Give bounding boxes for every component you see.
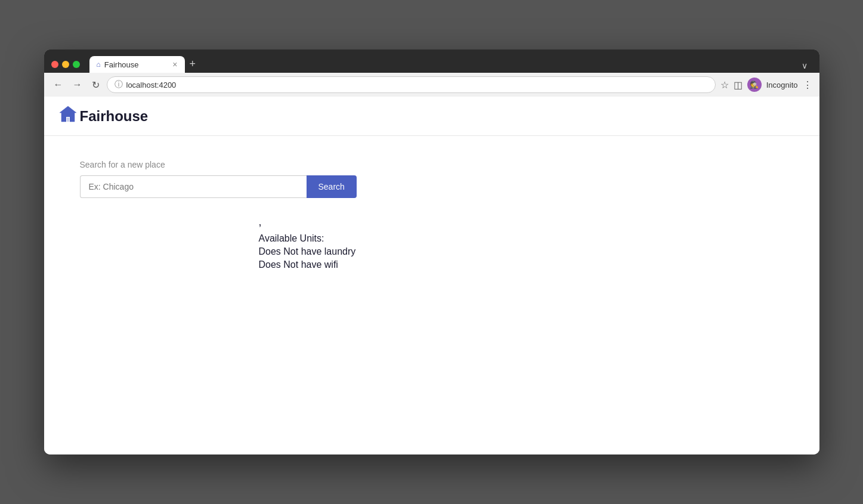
browser-titlebar: ⌂ Fairhouse × + ∨ — [44, 50, 819, 73]
tab-bar: ⌂ Fairhouse × + ∨ — [89, 55, 812, 73]
browser-chrome: ⌂ Fairhouse × + ∨ ← → ↻ ⓘ localhost:4200… — [44, 50, 819, 97]
address-text: localhost:4200 — [126, 81, 177, 89]
address-bar[interactable]: ⓘ localhost:4200 — [107, 76, 716, 93]
maximize-window-button[interactable] — [73, 61, 80, 68]
avatar-icon: 🕵 — [750, 81, 759, 89]
page-content: Fairhouse Search for a new place Search … — [44, 97, 819, 454]
forward-button[interactable]: → — [70, 78, 85, 91]
tab-close-button[interactable]: × — [172, 60, 177, 69]
bookmark-icon[interactable]: ☆ — [720, 79, 729, 91]
reload-button[interactable]: ↻ — [89, 78, 102, 92]
app-header: Fairhouse — [44, 97, 819, 136]
search-row: Search — [80, 175, 784, 198]
house-icon — [58, 105, 78, 127]
tab-favicon: ⌂ — [97, 60, 101, 69]
app-title: Fairhouse — [80, 108, 149, 125]
browser-window: ⌂ Fairhouse × + ∨ ← → ↻ ⓘ localhost:4200… — [44, 50, 819, 454]
minimize-window-button[interactable] — [62, 61, 69, 68]
info-icon: ⓘ — [115, 79, 123, 90]
traffic-lights — [51, 61, 80, 68]
result-section: , Available Units: Does Not have laundry… — [259, 216, 784, 270]
svg-rect-1 — [67, 118, 69, 122]
incognito-label: Incognito — [766, 81, 798, 89]
result-no-wifi: Does Not have wifi — [259, 259, 784, 270]
result-available-units: Available Units: — [259, 233, 784, 244]
new-tab-button[interactable]: + — [185, 55, 201, 73]
close-window-button[interactable] — [51, 61, 58, 68]
search-input[interactable] — [80, 175, 307, 198]
toolbar-right: ☆ ◫ 🕵 Incognito ⋮ — [720, 78, 812, 92]
browser-toolbar: ← → ↻ ⓘ localhost:4200 ☆ ◫ 🕵 Incognito ⋮ — [44, 73, 819, 97]
tab-title: Fairhouse — [104, 60, 139, 69]
menu-icon[interactable]: ⋮ — [803, 79, 812, 91]
app-logo: Fairhouse — [58, 105, 149, 127]
active-tab[interactable]: ⌂ Fairhouse × — [89, 56, 185, 73]
result-comma: , — [259, 216, 784, 228]
back-button[interactable]: ← — [51, 78, 66, 91]
search-label: Search for a new place — [80, 160, 784, 169]
page-main: Search for a new place Search , Availabl… — [44, 136, 819, 294]
sidebar-icon[interactable]: ◫ — [734, 79, 743, 91]
search-button[interactable]: Search — [307, 175, 357, 198]
tab-dropdown-button[interactable]: ∨ — [797, 58, 812, 73]
profile-avatar[interactable]: 🕵 — [747, 78, 762, 92]
result-no-laundry: Does Not have laundry — [259, 246, 784, 257]
